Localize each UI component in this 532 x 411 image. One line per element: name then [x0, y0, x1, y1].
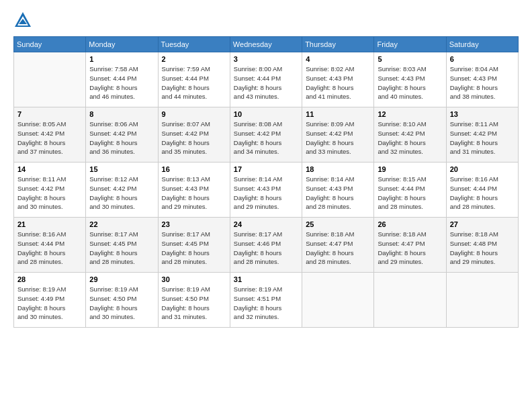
day-number: 12 [378, 110, 442, 118]
day-number: 6 [450, 55, 515, 63]
day-info: Sunrise: 8:18 AMSunset: 4:48 PMDaylight:… [450, 230, 515, 267]
day-number: 25 [306, 220, 370, 228]
calendar-cell: 24Sunrise: 8:17 AMSunset: 4:46 PMDayligh… [230, 218, 302, 273]
day-info: Sunrise: 8:16 AMSunset: 4:44 PMDaylight:… [450, 175, 515, 212]
calendar-cell: 31Sunrise: 8:19 AMSunset: 4:51 PMDayligh… [230, 273, 302, 328]
day-number: 29 [89, 275, 154, 283]
calendar-cell: 15Sunrise: 8:12 AMSunset: 4:42 PMDayligh… [86, 163, 158, 218]
calendar-cell: 27Sunrise: 8:18 AMSunset: 4:48 PMDayligh… [446, 218, 518, 273]
day-number: 19 [378, 165, 442, 173]
calendar-header-row: SundayMondayTuesdayWednesdayThursdayFrid… [14, 37, 519, 52]
day-number: 24 [234, 220, 298, 228]
day-info: Sunrise: 8:19 AMSunset: 4:51 PMDaylight:… [234, 285, 298, 322]
day-number: 26 [378, 220, 442, 228]
day-info: Sunrise: 7:59 AMSunset: 4:44 PMDaylight:… [162, 64, 226, 101]
day-number: 5 [378, 55, 442, 63]
calendar-cell: 3Sunrise: 8:00 AMSunset: 4:44 PMDaylight… [230, 52, 302, 107]
day-number: 23 [162, 220, 226, 228]
day-info: Sunrise: 8:12 AMSunset: 4:42 PMDaylight:… [89, 175, 154, 212]
day-info: Sunrise: 8:14 AMSunset: 4:43 PMDaylight:… [234, 175, 298, 212]
day-number: 7 [17, 110, 82, 118]
day-number: 8 [89, 110, 154, 118]
day-info: Sunrise: 8:06 AMSunset: 4:42 PMDaylight:… [89, 120, 154, 156]
day-number: 28 [17, 275, 82, 283]
day-info: Sunrise: 8:05 AMSunset: 4:42 PMDaylight:… [17, 120, 82, 156]
day-info: Sunrise: 8:02 AMSunset: 4:43 PMDaylight:… [306, 64, 370, 101]
day-number: 22 [89, 220, 154, 228]
day-number: 20 [450, 165, 515, 173]
calendar-cell: 22Sunrise: 8:17 AMSunset: 4:45 PMDayligh… [86, 218, 158, 273]
page: SundayMondayTuesdayWednesdayThursdayFrid… [0, 0, 532, 411]
calendar-cell: 12Sunrise: 8:10 AMSunset: 4:42 PMDayligh… [374, 107, 446, 163]
calendar-cell: 26Sunrise: 8:18 AMSunset: 4:47 PMDayligh… [374, 218, 446, 273]
calendar-cell: 19Sunrise: 8:15 AMSunset: 4:44 PMDayligh… [374, 163, 446, 218]
day-number: 2 [162, 55, 226, 63]
calendar-cell: 8Sunrise: 8:06 AMSunset: 4:42 PMDaylight… [86, 107, 158, 163]
calendar-cell: 25Sunrise: 8:18 AMSunset: 4:47 PMDayligh… [302, 218, 374, 273]
day-info: Sunrise: 8:04 AMSunset: 4:43 PMDaylight:… [450, 64, 515, 101]
day-info: Sunrise: 8:11 AMSunset: 4:42 PMDaylight:… [450, 120, 515, 156]
calendar-week-row: 7Sunrise: 8:05 AMSunset: 4:42 PMDaylight… [14, 107, 519, 163]
calendar-week-row: 28Sunrise: 8:19 AMSunset: 4:49 PMDayligh… [14, 273, 519, 328]
logo [13, 11, 35, 30]
weekday-header: Sunday [14, 37, 86, 52]
day-number: 9 [162, 110, 226, 118]
calendar-week-row: 21Sunrise: 8:16 AMSunset: 4:44 PMDayligh… [14, 218, 519, 273]
calendar-cell: 21Sunrise: 8:16 AMSunset: 4:44 PMDayligh… [14, 218, 86, 273]
day-info: Sunrise: 8:08 AMSunset: 4:42 PMDaylight:… [234, 120, 298, 156]
day-number: 1 [89, 55, 154, 63]
day-info: Sunrise: 8:17 AMSunset: 4:45 PMDaylight:… [162, 230, 226, 267]
calendar-cell: 20Sunrise: 8:16 AMSunset: 4:44 PMDayligh… [446, 163, 518, 218]
calendar-cell: 4Sunrise: 8:02 AMSunset: 4:43 PMDaylight… [302, 52, 374, 107]
day-info: Sunrise: 8:13 AMSunset: 4:43 PMDaylight:… [162, 175, 226, 212]
day-info: Sunrise: 8:18 AMSunset: 4:47 PMDaylight:… [378, 230, 442, 267]
calendar-cell [302, 273, 374, 328]
day-number: 4 [306, 55, 370, 63]
header [13, 11, 519, 30]
calendar-cell [374, 273, 446, 328]
weekday-header: Thursday [302, 37, 374, 52]
day-info: Sunrise: 8:10 AMSunset: 4:42 PMDaylight:… [378, 120, 442, 156]
day-info: Sunrise: 8:19 AMSunset: 4:49 PMDaylight:… [17, 285, 82, 322]
calendar-week-row: 1Sunrise: 7:58 AMSunset: 4:44 PMDaylight… [14, 52, 519, 107]
day-info: Sunrise: 8:03 AMSunset: 4:43 PMDaylight:… [378, 64, 442, 101]
weekday-header: Wednesday [230, 37, 302, 52]
day-info: Sunrise: 8:11 AMSunset: 4:42 PMDaylight:… [17, 175, 82, 212]
logo-icon [13, 11, 32, 30]
calendar-cell: 30Sunrise: 8:19 AMSunset: 4:50 PMDayligh… [158, 273, 230, 328]
day-info: Sunrise: 8:16 AMSunset: 4:44 PMDaylight:… [17, 230, 82, 267]
calendar-cell: 9Sunrise: 8:07 AMSunset: 4:42 PMDaylight… [158, 107, 230, 163]
calendar-cell: 16Sunrise: 8:13 AMSunset: 4:43 PMDayligh… [158, 163, 230, 218]
calendar-cell [446, 273, 518, 328]
calendar-cell: 6Sunrise: 8:04 AMSunset: 4:43 PMDaylight… [446, 52, 518, 107]
day-number: 13 [450, 110, 515, 118]
day-info: Sunrise: 8:14 AMSunset: 4:43 PMDaylight:… [306, 175, 370, 212]
day-info: Sunrise: 8:17 AMSunset: 4:46 PMDaylight:… [234, 230, 298, 267]
day-number: 10 [234, 110, 298, 118]
day-info: Sunrise: 8:19 AMSunset: 4:50 PMDaylight:… [89, 285, 154, 322]
calendar: SundayMondayTuesdayWednesdayThursdayFrid… [13, 36, 519, 328]
weekday-header: Saturday [446, 37, 518, 52]
calendar-cell: 11Sunrise: 8:09 AMSunset: 4:42 PMDayligh… [302, 107, 374, 163]
calendar-cell [14, 52, 86, 107]
day-number: 17 [234, 165, 298, 173]
day-info: Sunrise: 8:07 AMSunset: 4:42 PMDaylight:… [162, 120, 226, 156]
day-number: 3 [234, 55, 298, 63]
day-number: 18 [306, 165, 370, 173]
calendar-week-row: 14Sunrise: 8:11 AMSunset: 4:42 PMDayligh… [14, 163, 519, 218]
day-number: 16 [162, 165, 226, 173]
day-number: 27 [450, 220, 515, 228]
day-number: 15 [89, 165, 154, 173]
calendar-cell: 29Sunrise: 8:19 AMSunset: 4:50 PMDayligh… [86, 273, 158, 328]
day-info: Sunrise: 8:18 AMSunset: 4:47 PMDaylight:… [306, 230, 370, 267]
calendar-cell: 1Sunrise: 7:58 AMSunset: 4:44 PMDaylight… [86, 52, 158, 107]
calendar-cell: 13Sunrise: 8:11 AMSunset: 4:42 PMDayligh… [446, 107, 518, 163]
calendar-cell: 14Sunrise: 8:11 AMSunset: 4:42 PMDayligh… [14, 163, 86, 218]
day-info: Sunrise: 8:09 AMSunset: 4:42 PMDaylight:… [306, 120, 370, 156]
weekday-header: Tuesday [158, 37, 230, 52]
calendar-cell: 23Sunrise: 8:17 AMSunset: 4:45 PMDayligh… [158, 218, 230, 273]
day-number: 11 [306, 110, 370, 118]
calendar-cell: 18Sunrise: 8:14 AMSunset: 4:43 PMDayligh… [302, 163, 374, 218]
calendar-cell: 17Sunrise: 8:14 AMSunset: 4:43 PMDayligh… [230, 163, 302, 218]
calendar-cell: 5Sunrise: 8:03 AMSunset: 4:43 PMDaylight… [374, 52, 446, 107]
